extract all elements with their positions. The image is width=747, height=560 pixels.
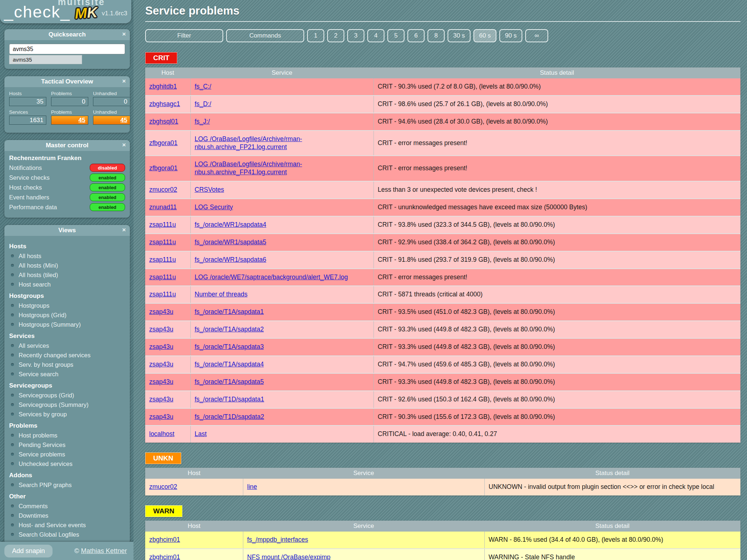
host-link[interactable]: zbghcim01 xyxy=(149,536,180,543)
refresh-interval-button[interactable]: 60 s xyxy=(473,29,496,42)
close-icon[interactable]: × xyxy=(122,31,126,38)
host-link[interactable]: zsap43u xyxy=(149,378,173,385)
service-link[interactable]: NFS mount /OraBase/expimp xyxy=(247,553,331,560)
state-toggle[interactable]: enabled xyxy=(90,193,125,201)
host-link[interactable]: zbghitdb1 xyxy=(149,83,177,90)
close-icon[interactable]: × xyxy=(122,226,126,234)
stat-value-box[interactable]: 35 xyxy=(9,97,46,106)
host-link[interactable]: zsap43u xyxy=(149,343,173,350)
sidebar-view-link[interactable]: All hosts xyxy=(9,251,125,261)
service-link[interactable]: fs_C:/ xyxy=(195,83,212,90)
sidebar-view-link[interactable]: Search PNP graphs xyxy=(9,480,125,490)
service-link[interactable]: fs_/oracle/WR1/sapdata4 xyxy=(195,221,267,228)
add-snapin-button[interactable]: Add snapin xyxy=(4,545,53,557)
copyright-link[interactable]: Mathias Kettner xyxy=(81,547,127,555)
refresh-interval-button[interactable]: ∞ xyxy=(525,29,548,42)
sidebar-view-link[interactable]: Host- and Service events xyxy=(9,520,125,530)
sidebar-view-link[interactable]: Host problems xyxy=(9,431,125,440)
context-button[interactable]: Filter xyxy=(145,29,223,42)
service-link[interactable]: LOG /OraBase/Logfiles/Archive/rman-nbu.s… xyxy=(195,135,302,151)
sidebar-view-link[interactable]: Services by group xyxy=(9,409,125,419)
stat-value-box[interactable]: 1631 xyxy=(9,116,46,125)
context-button[interactable]: Commands xyxy=(226,29,304,42)
host-link[interactable]: zsap43u xyxy=(149,413,173,420)
host-link[interactable]: zbghsagc1 xyxy=(149,100,180,108)
stat-value-box[interactable]: 0 xyxy=(51,97,88,106)
service-link[interactable]: fs_/oracle/T1A/sapdata2 xyxy=(195,326,264,333)
sidebar-view-link[interactable]: Service problems xyxy=(9,450,125,459)
column-count-button[interactable]: 5 xyxy=(387,29,405,42)
close-icon[interactable]: × xyxy=(122,78,126,85)
column-count-button[interactable]: 3 xyxy=(347,29,364,42)
sidebar-view-link[interactable]: Servicegroups (Summary) xyxy=(9,400,125,409)
host-link[interactable]: zbghsql01 xyxy=(149,118,178,125)
sidebar-view-link[interactable]: Recently changed services xyxy=(9,350,125,360)
service-link[interactable]: fs_/oracle/T1A/sapdata3 xyxy=(195,343,264,350)
host-link[interactable]: zsap43u xyxy=(149,308,173,315)
service-link[interactable]: fs_/oracle/WR1/sapdata6 xyxy=(195,256,267,263)
service-link[interactable]: line xyxy=(247,483,257,490)
service-link[interactable]: fs_J:/ xyxy=(195,118,210,125)
sidebar-view-link[interactable]: Serv. by host groups xyxy=(9,360,125,369)
sidebar-view-link[interactable]: Hostgroups xyxy=(9,301,125,310)
host-link[interactable]: zsap43u xyxy=(149,326,173,333)
sidebar-view-link[interactable]: Search Global Logfiles xyxy=(9,530,125,539)
host-link[interactable]: zsap111u xyxy=(149,238,176,246)
service-link[interactable]: fs_/oracle/T1D/sapdata1 xyxy=(195,396,264,403)
sidebar-view-link[interactable]: Servicegroups (Grid) xyxy=(9,390,125,400)
column-count-button[interactable]: 8 xyxy=(427,29,445,42)
state-toggle[interactable]: disabled xyxy=(90,164,125,172)
stat-value-box[interactable]: 45 xyxy=(51,116,88,125)
service-link[interactable]: fs_/oracle/T1A/sapdata1 xyxy=(195,308,264,315)
refresh-interval-button[interactable]: 30 s xyxy=(448,29,471,42)
service-link[interactable]: fs_/oracle/T1D/sapdata2 xyxy=(195,413,264,420)
refresh-interval-button[interactable]: 90 s xyxy=(499,29,522,42)
sidebar-view-link[interactable]: Hostgroups (Grid) xyxy=(9,310,125,320)
sidebar-view-link[interactable]: Pending Services xyxy=(9,440,125,450)
service-link[interactable]: Number of threads xyxy=(195,291,248,298)
sidebar-view-link[interactable]: Hostgroups (Summary) xyxy=(9,320,125,329)
state-toggle[interactable]: enabled xyxy=(90,203,125,211)
host-link[interactable]: zsap43u xyxy=(149,361,173,368)
sidebar-view-link[interactable]: Host search xyxy=(9,280,125,289)
service-link[interactable]: fs_/oracle/T1A/sapdata5 xyxy=(195,378,264,385)
stat-value-box[interactable]: 45 xyxy=(93,116,130,125)
sidebar-view-link[interactable]: Unchecked services xyxy=(9,459,125,468)
service-link[interactable]: fs_/oracle/WR1/sapdata5 xyxy=(195,238,267,246)
service-link[interactable]: LOG /oracle/WE7/saptrace/background/aler… xyxy=(195,273,348,281)
host-link[interactable]: znunad11 xyxy=(149,203,177,211)
column-count-button[interactable]: 2 xyxy=(327,29,344,42)
sidebar-view-link[interactable]: All hosts (Mini) xyxy=(9,261,125,270)
sidebar-view-link[interactable]: Downtimes xyxy=(9,511,125,520)
column-count-button[interactable]: 1 xyxy=(307,29,324,42)
service-link[interactable]: CRSVotes xyxy=(195,186,224,193)
host-link[interactable]: zbghcim01 xyxy=(149,553,180,560)
host-link[interactable]: zsap111u xyxy=(149,273,176,281)
sidebar-view-link[interactable]: Service search xyxy=(9,369,125,379)
stat-value-box[interactable]: 0 xyxy=(93,97,130,106)
service-link[interactable]: fs_D:/ xyxy=(195,100,212,108)
service-link[interactable]: LOG /OraBase/Logfiles/Archive/rman-nbu.s… xyxy=(195,160,302,176)
sidebar-view-link[interactable]: All hosts (tiled) xyxy=(9,270,125,280)
service-link[interactable]: fs_/oracle/T1A/sapdata4 xyxy=(195,361,264,368)
host-link[interactable]: zmucor02 xyxy=(149,186,177,193)
host-link[interactable]: zsap111u xyxy=(149,256,176,263)
search-suggestion-item[interactable]: avms35 xyxy=(9,55,82,64)
sidebar-view-link[interactable]: All services xyxy=(9,341,125,350)
column-count-button[interactable]: 6 xyxy=(407,29,425,42)
state-toggle[interactable]: enabled xyxy=(90,174,125,182)
service-link[interactable]: LOG Security xyxy=(195,203,233,211)
close-icon[interactable]: × xyxy=(122,141,126,149)
host-link[interactable]: zfbgora01 xyxy=(149,164,178,172)
host-link[interactable]: zsap111u xyxy=(149,291,176,298)
host-link[interactable]: zfbgora01 xyxy=(149,139,178,147)
sidebar-view-link[interactable]: Comments xyxy=(9,501,125,511)
state-toggle[interactable]: enabled xyxy=(90,183,125,191)
search-input[interactable] xyxy=(9,44,125,54)
host-link[interactable]: zsap43u xyxy=(149,396,173,403)
host-link[interactable]: zsap111u xyxy=(149,221,176,228)
host-link[interactable]: localhost xyxy=(149,430,174,438)
host-link[interactable]: zmucor02 xyxy=(149,483,177,490)
column-count-button[interactable]: 4 xyxy=(367,29,384,42)
service-link[interactable]: fs_/mppdb_interfaces xyxy=(247,536,308,543)
